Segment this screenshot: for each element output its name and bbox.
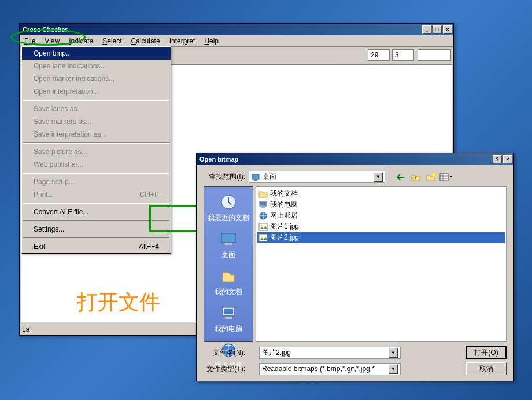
annotation-text: 打开文件 — [77, 288, 160, 317]
status-text: La — [22, 325, 29, 333]
filetype-combo[interactable]: Readable bitmaps (*.bmp,*.gif,*.jpg,* ▼ — [259, 363, 401, 375]
svg-rect-14 — [224, 309, 233, 314]
folder-icon — [258, 189, 268, 199]
place-computer[interactable]: 我的电脑 — [204, 302, 253, 339]
menu-print: Print...Ctrl+P — [22, 188, 171, 201]
toolbar-field-3[interactable] — [418, 49, 451, 61]
svg-point-24 — [261, 236, 263, 237]
toolbar-secondary — [176, 47, 338, 63]
desktop-icon — [251, 173, 260, 182]
lookin-value: 桌面 — [263, 172, 276, 182]
svg-rect-7 — [254, 179, 257, 181]
menu-open-lane: Open lane indications... — [22, 60, 171, 72]
toolbar-field-1[interactable]: 29 — [368, 49, 390, 61]
menu-convert-alf[interactable]: Convert ALF file... — [22, 205, 171, 218]
places-bar: 我最近的文档 桌面 我的文档 我的电脑 网上邻居 — [204, 186, 253, 342]
file-list[interactable]: 我的文档 我的电脑 网上邻居 图片1.jpg 图片2.jpg — [256, 186, 507, 342]
views-icon[interactable] — [439, 171, 452, 183]
maximize-button[interactable]: □ — [433, 25, 442, 34]
back-icon[interactable] — [394, 171, 407, 183]
computer-small-icon — [258, 200, 268, 210]
menu-select[interactable]: Select — [100, 36, 124, 46]
menu-help[interactable]: Help — [202, 36, 221, 46]
list-item[interactable]: 网上邻居 — [257, 210, 505, 221]
recent-icon — [219, 193, 238, 211]
toolbar-field-2[interactable]: 3 — [392, 49, 414, 61]
menu-web-publisher: Web publisher... — [22, 158, 171, 171]
filetype-label: 文件类型(T): — [204, 364, 245, 374]
menu-save-picture: Save picture as... — [22, 145, 171, 158]
svg-point-22 — [261, 225, 263, 226]
main-title: Cross Checker — [21, 26, 422, 33]
menu-save-lanes: Save lanes as... — [22, 102, 171, 115]
filename-input[interactable]: 图片2.jpg ▼ — [259, 347, 401, 359]
menu-interpret[interactable]: Interpret — [167, 36, 198, 46]
lookin-combo[interactable]: 桌面 ▼ — [249, 171, 385, 183]
image-icon — [258, 222, 268, 232]
computer-icon — [219, 304, 238, 322]
lookin-label: 查找范围(I): — [204, 172, 245, 182]
new-folder-icon[interactable] — [424, 171, 437, 183]
menu-open-interp: Open interpretation... — [22, 85, 171, 98]
list-item[interactable]: 图片2.jpg — [257, 232, 505, 243]
svg-rect-19 — [261, 207, 265, 208]
list-item[interactable]: 我的电脑 — [257, 199, 505, 210]
dialog-titlebar[interactable]: Open bitmap ? × — [197, 153, 513, 165]
cancel-button[interactable]: 取消 — [466, 362, 507, 375]
svg-rect-9 — [440, 174, 448, 181]
dialog-title: Open bitmap — [198, 156, 493, 163]
svg-point-8 — [432, 173, 435, 177]
menu-save-interp: Save interpretation as... — [22, 128, 171, 141]
chevron-down-icon[interactable]: ▼ — [389, 348, 398, 358]
dialog-help-button[interactable]: ? — [493, 155, 502, 163]
menu-calculate[interactable]: Calculate — [129, 36, 162, 46]
network-small-icon — [258, 211, 268, 221]
place-recent[interactable]: 我最近的文档 — [204, 190, 253, 227]
menu-settings[interactable]: Settings... — [22, 223, 171, 236]
menu-open-marker: Open marker indications... — [22, 72, 171, 85]
list-item[interactable]: 图片1.jpg — [257, 221, 505, 232]
menu-save-markers: Save markers as... — [22, 115, 171, 128]
menu-page-setup: Page setup... — [22, 175, 171, 188]
image-icon — [258, 233, 268, 243]
svg-rect-6 — [252, 174, 259, 179]
place-desktop[interactable]: 桌面 — [204, 227, 253, 265]
chevron-down-icon[interactable]: ▼ — [389, 364, 398, 374]
menu-exit[interactable]: ExitAlt+F4 — [22, 240, 171, 253]
svg-rect-12 — [225, 243, 232, 245]
minimize-button[interactable]: _ — [422, 25, 431, 34]
svg-rect-11 — [221, 233, 235, 243]
filename-label: 文件名(N): — [204, 348, 245, 358]
chevron-down-icon[interactable]: ▼ — [374, 172, 383, 182]
documents-icon — [219, 267, 238, 285]
open-dialog: Open bitmap ? × 查找范围(I): 桌面 ▼ 我最近的文档 — [196, 153, 514, 381]
annotation-oval-menubar — [10, 29, 86, 46]
open-button[interactable]: 打开(O) — [466, 346, 507, 359]
place-documents[interactable]: 我的文档 — [204, 265, 253, 302]
up-folder-icon[interactable] — [409, 171, 422, 183]
svg-rect-15 — [225, 317, 232, 319]
desktop-place-icon — [219, 230, 238, 248]
list-item[interactable]: 我的文档 — [257, 188, 505, 199]
close-button[interactable]: × — [443, 25, 452, 34]
main-titlebar[interactable]: Cross Checker _ □ × — [20, 24, 453, 35]
menu-open-bmp[interactable]: Open bmp... — [22, 47, 171, 60]
svg-rect-18 — [260, 202, 266, 205]
dialog-close-button[interactable]: × — [503, 155, 512, 163]
